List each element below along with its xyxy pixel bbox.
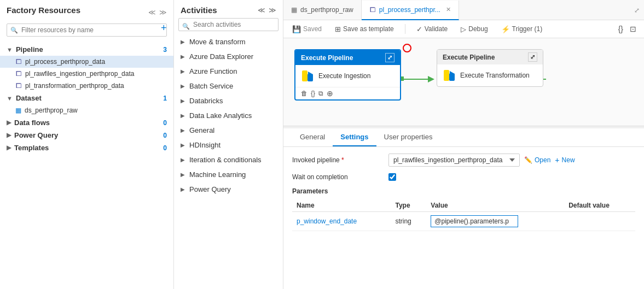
dataset-icon-1: ▦ [15,107,21,114]
pipeline-item-1[interactable]: ⧠ pl_process_perthprop_data [0,56,173,68]
templates-section-header[interactable]: ▶ Templates 0 [0,141,173,154]
tab-user-props-label: User properties [384,133,433,141]
open-pipeline-link[interactable]: ✏️ Open [524,156,550,164]
activity-azure-function[interactable]: ▶ Azure Function [174,64,283,79]
more-options-button[interactable]: ⊡ [629,23,637,34]
pipeline-section-header[interactable]: ▼ Pipeline 3 [0,43,173,56]
param-row-1: p_window_end_date string [292,212,635,231]
collapse-icon[interactable]: ≪ [148,8,156,16]
invoked-pipeline-label: Invoked pipeline * [292,156,380,164]
activity-chevron-11: ▶ [181,186,185,192]
pipeline-item-label-3: pl_transformation_perthprop_data [25,82,124,90]
tab-close-button[interactable]: ✕ [446,6,451,13]
activity-chevron-8: ▶ [181,142,185,148]
node1-external-icon[interactable]: ⤢ [385,53,394,62]
activity-azure-explorer[interactable]: ▶ Azure Data Explorer [174,49,283,64]
pipeline-item-2[interactable]: ⧠ pl_rawfiles_ingestion_perthprop_data [0,68,173,80]
dataflows-section: ▶ Data flows 0 [0,116,173,129]
wait-completion-checkbox[interactable] [388,173,396,181]
tab-general[interactable]: General [292,128,333,146]
search-activities-icon: 🔍 [182,23,190,30]
powerquery-count: 0 [163,132,167,139]
tab-general-label: General [300,133,325,141]
activity-databricks[interactable]: ▶ Databricks [174,93,283,108]
save-template-button[interactable]: ⊞ Save as template [333,24,396,34]
activity-label-1: Move & transform [189,38,246,46]
activity-chevron-9: ▶ [181,157,185,163]
dataset-item-1[interactable]: ▦ ds_perthprop_raw [0,104,173,116]
svg-rect-4 [302,70,308,81]
save-template-label: Save as template [343,25,394,33]
trigger-button[interactable]: ⚡ Trigger (1) [499,24,545,34]
activity-iteration[interactable]: ▶ Iteration & conditionals [174,152,283,167]
templates-section: ▶ Templates 0 [0,141,173,154]
tab-settings[interactable]: Settings [333,128,376,146]
pipeline-icon-3: ⧠ [15,82,22,90]
validate-button[interactable]: ✓ Validate [414,24,450,34]
node2-external-icon[interactable]: ⤢ [528,52,537,62]
col-type-header: Type [391,199,426,212]
plus-icon: + [555,156,559,164]
node1-copy-icon[interactable]: ⧉ [318,90,323,97]
invoked-pipeline-select[interactable]: pl_rawfiles_ingestion_perthprop_data [388,154,520,167]
trigger-icon: ⚡ [501,25,510,33]
dataflows-section-header[interactable]: ▶ Data flows 0 [0,116,173,129]
activities-expand-icon[interactable]: ≫ [269,6,276,14]
node2-body-label: Execute Transformation [460,72,530,79]
activity-label-4: Batch Service [189,82,233,90]
canvas-area[interactable]: Execute Pipeline ⤢ Execute Ingestion 🗑 {… [283,38,644,126]
add-resource-button[interactable]: + [159,22,169,34]
pipeline-item-3[interactable]: ⧠ pl_transformation_perthprop_data [0,80,173,92]
code-view-button[interactable]: {} [617,23,624,34]
activity-chevron-7: ▶ [181,127,185,133]
tab-pl-process[interactable]: ⧠ pl_process_perthpr... ✕ [362,1,459,20]
param-value-input-1[interactable] [431,215,518,227]
activity-chevron-10: ▶ [181,172,185,178]
activities-collapse-icon[interactable]: ≪ [258,6,265,14]
activity-datalake[interactable]: ▶ Data Lake Analytics [174,108,283,123]
activities-header: Activities ≪ ≫ [174,0,283,18]
maximize-icon[interactable]: ⤢ [634,7,640,14]
node1-delete-icon[interactable]: 🗑 [301,90,308,97]
save-template-icon: ⊞ [335,25,341,33]
debug-button[interactable]: ▷ Debug [459,24,490,34]
activity-label-3: Azure Function [189,67,237,75]
activity-label-11: Power Query [189,185,231,193]
dataflows-count: 0 [163,119,167,127]
activity-move-transform[interactable]: ▶ Move & transform [174,34,283,49]
powerquery-section-header[interactable]: ▶ Power Query 0 [0,129,173,141]
pipeline-chevron-icon: ▼ [7,46,13,53]
tab-label-1: ds_perthprop_raw [300,6,353,14]
activity-label-2: Azure Data Explorer [189,52,253,61]
dataset-count: 1 [163,95,167,102]
activities-header-actions: ≪ ≫ [258,6,276,14]
required-indicator: * [341,156,344,164]
powerquery-section-label: Power Query [14,131,58,139]
pipeline-icon-1: ⧠ [15,58,22,66]
svg-rect-7 [444,70,449,81]
pipeline-icon-2: ⧠ [15,70,22,78]
activity-power-query[interactable]: ▶ Power Query [174,182,283,197]
canvas-node-1[interactable]: Execute Pipeline ⤢ Execute Ingestion 🗑 {… [294,49,401,101]
dataset-section-label: Dataset [16,94,42,102]
activity-general[interactable]: ▶ General [174,123,283,138]
node1-code-icon[interactable]: {} [311,90,315,97]
tab-user-props[interactable]: User properties [376,128,440,146]
filter-search-icon: 🔍 [10,27,18,34]
activity-hdinsight[interactable]: ▶ HDInsight [174,138,283,152]
dataset-section-header[interactable]: ▼ Dataset 1 [0,92,173,104]
search-activities-input[interactable] [178,18,279,31]
expand-icon[interactable]: ≫ [159,8,167,16]
canvas-node-2[interactable]: Execute Pipeline ⤢ Execute Transformatio… [437,49,543,87]
activity-ml[interactable]: ▶ Machine Learning [174,167,283,182]
node1-connect-icon[interactable]: ⊕ [327,89,333,98]
templates-chevron-icon: ▶ [7,144,11,151]
filter-input[interactable] [7,23,167,37]
saved-button[interactable]: 💾 Saved [290,24,324,34]
activity-label-8: HDInsight [189,141,221,149]
activity-batch-service[interactable]: ▶ Batch Service [174,79,283,93]
toolbar: 💾 Saved ⊞ Save as template ✓ Validate ▷ … [283,20,644,38]
new-pipeline-link[interactable]: + New [555,156,575,164]
tab-settings-label: Settings [340,133,368,141]
tab-ds-perthprop[interactable]: ▦ ds_perthprop_raw [283,0,362,20]
